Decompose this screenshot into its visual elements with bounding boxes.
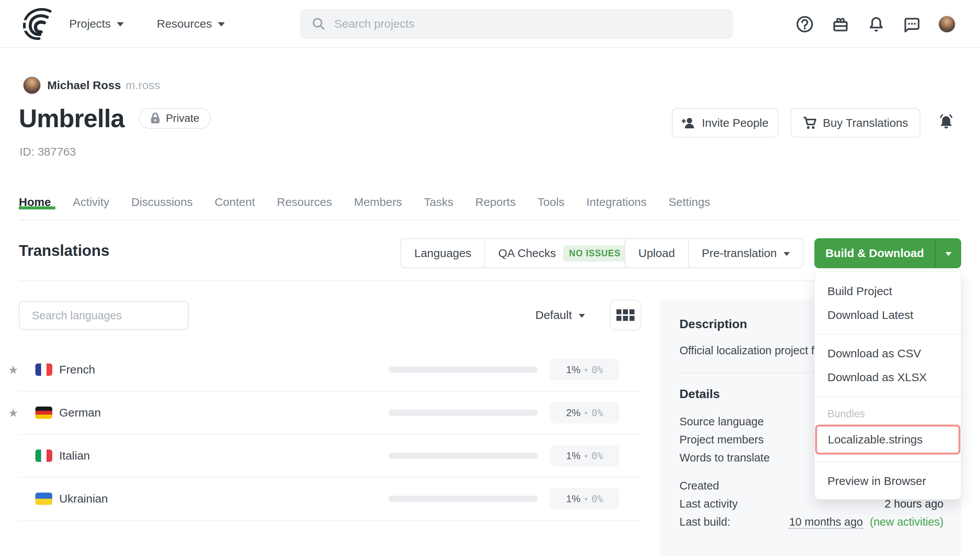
dot-separator: [585, 450, 588, 462]
language-row-german[interactable]: ★ German 2% 0%: [19, 392, 641, 435]
upload-pretranslation-group: Upload Pre-translation: [625, 238, 804, 268]
language-row-italian[interactable]: Italian 1% 0%: [19, 435, 641, 478]
qa-status-badge: NO ISSUES: [563, 245, 627, 262]
menu-item-download-latest[interactable]: Download Latest: [815, 303, 961, 327]
top-navbar: Projects Resources: [0, 0, 980, 48]
menu-item-download-xlsx[interactable]: Download as XLSX: [815, 365, 961, 389]
language-name: German: [59, 406, 101, 419]
progress-bar: [389, 410, 538, 416]
menu-item-localizable-strings[interactable]: Localizable.strings: [815, 425, 960, 455]
tab-tasks[interactable]: Tasks: [424, 196, 453, 209]
detail-row-last-build: Last build: 10 months ago (new activitie…: [679, 513, 943, 531]
dot-separator: [585, 364, 588, 376]
bundles-section-label: Bundles: [815, 404, 961, 424]
language-row-ukrainian[interactable]: Ukrainian 1% 0%: [19, 478, 641, 521]
active-tab-underline: [19, 206, 55, 209]
tab-home[interactable]: Home: [19, 196, 51, 209]
divider: [815, 334, 961, 335]
language-name: Italian: [59, 449, 90, 462]
view-mode-button[interactable]: [610, 300, 641, 330]
build-download-button[interactable]: Build & Download: [814, 238, 935, 268]
projects-menu-label: Projects: [69, 17, 111, 30]
last-build-time-link[interactable]: 10 months ago: [789, 516, 863, 529]
watch-project-bell-icon[interactable]: [937, 113, 956, 132]
language-stats: 1% 0%: [550, 445, 619, 466]
language-name: French: [59, 363, 95, 376]
flag-ukraine-icon: [35, 493, 52, 505]
person-plus-icon: [682, 117, 696, 129]
grid-icon: [616, 309, 635, 321]
page-title: Umbrella: [19, 104, 124, 133]
build-download-split-button: Build & Download: [814, 238, 961, 268]
global-search: [300, 9, 733, 39]
resources-menu[interactable]: Resources: [157, 0, 225, 47]
pretranslation-button[interactable]: Pre-translation: [689, 239, 803, 267]
sort-dropdown[interactable]: Default: [535, 309, 585, 322]
favorite-star-icon[interactable]: ★: [8, 363, 18, 377]
language-stats: 1% 0%: [550, 488, 619, 510]
chevron-down-icon: [579, 314, 585, 318]
messages-icon[interactable]: [902, 15, 921, 33]
app-logo-icon[interactable]: [20, 5, 57, 42]
tab-tools[interactable]: Tools: [538, 196, 565, 209]
notifications-bell-icon[interactable]: [867, 15, 885, 33]
buy-translations-label: Buy Translations: [823, 116, 908, 129]
tab-resources[interactable]: Resources: [277, 196, 332, 209]
tab-reports[interactable]: Reports: [475, 196, 516, 209]
tab-discussions[interactable]: Discussions: [131, 196, 193, 209]
tab-settings[interactable]: Settings: [669, 196, 710, 209]
tab-integrations[interactable]: Integrations: [586, 196, 647, 209]
translations-heading: Translations: [19, 242, 110, 259]
upload-button[interactable]: Upload: [625, 239, 688, 267]
sort-label: Default: [535, 309, 572, 322]
progress-bar: [389, 453, 538, 459]
divider: [815, 396, 961, 397]
cart-icon: [803, 116, 817, 129]
search-input[interactable]: [334, 17, 680, 30]
tab-activity[interactable]: Activity: [73, 196, 109, 209]
help-icon[interactable]: [796, 15, 814, 33]
dot-separator: [585, 493, 588, 505]
owner-name[interactable]: Michael Ross: [47, 79, 121, 92]
language-stats: 1% 0%: [550, 359, 619, 380]
build-download-menu: Build Project Download Latest Download a…: [814, 271, 961, 500]
chevron-down-icon: [945, 252, 952, 256]
languages-qa-group: Languages QA Checks NO ISSUES: [400, 238, 641, 268]
visibility-badge: Private: [139, 108, 211, 129]
flag-italy-icon: [35, 450, 52, 462]
project-tabs: Home Activity Discussions Content Resour…: [19, 184, 961, 221]
search-icon: [311, 17, 326, 31]
owner-avatar[interactable]: [23, 76, 41, 95]
divider: [815, 461, 961, 462]
languages-button[interactable]: Languages: [401, 239, 484, 267]
progress-bar: [389, 496, 538, 502]
language-name: Ukrainian: [59, 492, 108, 505]
tab-members[interactable]: Members: [354, 196, 402, 209]
project-owner-row: Michael Ross m.ross: [23, 76, 160, 95]
menu-item-build-project[interactable]: Build Project: [815, 279, 961, 303]
dot-separator: [585, 407, 588, 419]
build-download-caret-button[interactable]: [936, 238, 961, 268]
project-id: ID: 387763: [20, 145, 76, 158]
owner-username: m.ross: [126, 79, 160, 92]
qa-checks-label: QA Checks: [498, 247, 556, 260]
progress-bar: [389, 367, 538, 373]
resources-menu-label: Resources: [157, 17, 212, 30]
invite-people-button[interactable]: Invite People: [672, 108, 779, 138]
menu-item-download-csv[interactable]: Download as CSV: [815, 342, 961, 365]
visibility-label: Private: [166, 112, 199, 124]
menu-item-preview-in-browser[interactable]: Preview in Browser: [815, 469, 961, 493]
flag-germany-icon: [35, 407, 52, 419]
projects-menu[interactable]: Projects: [69, 0, 124, 47]
favorite-star-icon[interactable]: ★: [8, 406, 18, 420]
languages-table: ★ French 1% 0% ★ German 2% 0% Italian: [19, 349, 641, 521]
qa-checks-button[interactable]: QA Checks NO ISSUES: [485, 239, 639, 267]
user-avatar[interactable]: [938, 15, 956, 33]
language-row-french[interactable]: ★ French 1% 0%: [19, 349, 641, 392]
buy-translations-button[interactable]: Buy Translations: [791, 108, 920, 138]
gift-icon[interactable]: [831, 15, 850, 33]
new-activities-link[interactable]: (new activities): [870, 516, 943, 528]
tab-content[interactable]: Content: [214, 196, 255, 209]
invite-people-label: Invite People: [702, 116, 768, 129]
search-languages-input[interactable]: [19, 301, 189, 330]
